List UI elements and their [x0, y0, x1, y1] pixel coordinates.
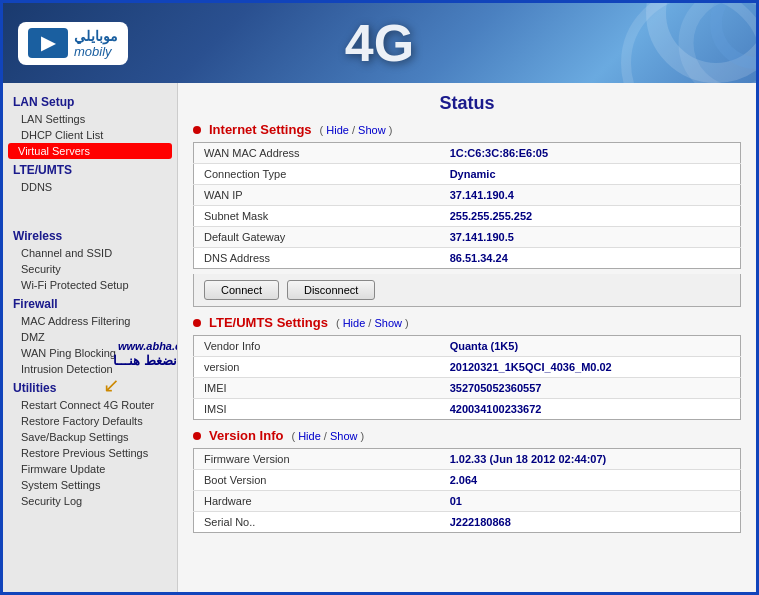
firmware-value: 1.02.33 (Jun 18 2012 02:44:07) — [440, 449, 741, 470]
logo-container: ▶ موبايلي mobily — [18, 22, 128, 65]
hardware-label: Hardware — [194, 491, 440, 512]
version-dot — [193, 432, 201, 440]
firmware-label: Firmware Version — [194, 449, 440, 470]
lte-hide-link[interactable]: Hide — [343, 317, 366, 329]
version-section-title: Version Info — [209, 428, 283, 443]
sidebar-item-restart[interactable]: Restart Connect 4G Router — [3, 397, 177, 413]
sidebar-item-security[interactable]: Security — [3, 261, 177, 277]
wan-ip-value: 37.141.190.4 — [440, 185, 741, 206]
wan-mac-value: 1C:C6:3C:86:E6:05 — [440, 143, 741, 164]
sidebar-item-wps[interactable]: Wi-Fi Protected Setup — [3, 277, 177, 293]
lte-section-title: LTE/UMTS Settings — [209, 315, 328, 330]
table-row: Boot Version 2.064 — [194, 470, 741, 491]
wan-ip-label: WAN IP — [194, 185, 440, 206]
boot-value: 2.064 — [440, 470, 741, 491]
sidebar-item-ddns[interactable]: DDNS — [3, 179, 177, 195]
logo-icon: ▶ — [28, 28, 68, 58]
wan-mac-label: WAN MAC Address — [194, 143, 440, 164]
table-row: Connection Type Dynamic — [194, 164, 741, 185]
table-row: version 20120321_1K5QCI_4036_M0.02 — [194, 357, 741, 378]
annotation-arabic: نضغط هنـــا — [113, 353, 177, 368]
imei-value: 352705052360557 — [440, 378, 741, 399]
logo-arabic: موبايلي — [74, 28, 118, 44]
annotation-website: www.abha.cc — [118, 340, 178, 352]
lte-hide-show: ( Hide / Show ) — [336, 317, 409, 329]
imsi-value: 420034100233672 — [440, 399, 741, 420]
table-row: Default Gateway 37.141.190.5 — [194, 227, 741, 248]
table-row: Firmware Version 1.02.33 (Jun 18 2012 02… — [194, 449, 741, 470]
connect-button[interactable]: Connect — [204, 280, 279, 300]
lte-dot — [193, 319, 201, 327]
sidebar-item-system-settings[interactable]: System Settings — [3, 477, 177, 493]
table-row: DNS Address 86.51.34.24 — [194, 248, 741, 269]
table-row: Serial No.. J222180868 — [194, 512, 741, 533]
dns-value: 86.51.34.24 — [440, 248, 741, 269]
sidebar-item-security-log[interactable]: Security Log — [3, 493, 177, 509]
conn-type-value: Dynamic — [440, 164, 741, 185]
vendor-value: Quanta (1K5) — [440, 336, 741, 357]
sidebar-item-lan-settings[interactable]: LAN Settings — [3, 111, 177, 127]
header-4g-text: 4G — [345, 13, 414, 73]
sidebar-item-restore-factory[interactable]: Restore Factory Defaults — [3, 413, 177, 429]
sidebar-item-mac-filtering[interactable]: MAC Address Filtering — [3, 313, 177, 329]
annotation-arrow: ↙ — [103, 373, 120, 397]
internet-hide-show: ( Hide / Show ) — [320, 124, 393, 136]
internet-section-title: Internet Settings — [209, 122, 312, 137]
version-label: version — [194, 357, 440, 378]
content-area: Status Internet Settings ( Hide / Show )… — [178, 83, 756, 595]
version-table: Firmware Version 1.02.33 (Jun 18 2012 02… — [193, 448, 741, 533]
vendor-label: Vendor Info — [194, 336, 440, 357]
version-value: 20120321_1K5QCI_4036_M0.02 — [440, 357, 741, 378]
subnet-value: 255.255.255.252 — [440, 206, 741, 227]
version-show-link[interactable]: Show — [330, 430, 358, 442]
sidebar-item-firmware[interactable]: Firmware Update — [3, 461, 177, 477]
lte-show-link[interactable]: Show — [374, 317, 402, 329]
internet-button-row: Connect Disconnect — [193, 274, 741, 307]
internet-hide-link[interactable]: Hide — [326, 124, 349, 136]
page-title: Status — [193, 93, 741, 114]
version-hide-link[interactable]: Hide — [298, 430, 321, 442]
sidebar-section-wireless: Wireless — [3, 225, 177, 245]
sidebar-item-restore-previous[interactable]: Restore Previous Settings — [3, 445, 177, 461]
lte-section-header: LTE/UMTS Settings ( Hide / Show ) — [193, 315, 741, 330]
gateway-label: Default Gateway — [194, 227, 440, 248]
table-row: IMEI 352705052360557 — [194, 378, 741, 399]
table-row: WAN MAC Address 1C:C6:3C:86:E6:05 — [194, 143, 741, 164]
lte-table: Vendor Info Quanta (1K5) version 2012032… — [193, 335, 741, 420]
internet-dot — [193, 126, 201, 134]
boot-label: Boot Version — [194, 470, 440, 491]
main-container: LAN Setup LAN Settings DHCP Client List … — [3, 83, 756, 595]
sidebar-item-channel-ssid[interactable]: Channel and SSID — [3, 245, 177, 261]
table-row: IMSI 420034100233672 — [194, 399, 741, 420]
version-section-header: Version Info ( Hide / Show ) — [193, 428, 741, 443]
sidebar-section-utilities: Utilities — [3, 377, 177, 397]
imsi-label: IMSI — [194, 399, 440, 420]
internet-section-header: Internet Settings ( Hide / Show ) — [193, 122, 741, 137]
gateway-value: 37.141.190.5 — [440, 227, 741, 248]
header: ▶ موبايلي mobily 4G — [3, 3, 756, 83]
sidebar-section-lte: LTE/UMTS — [3, 159, 177, 179]
table-row: Hardware 01 — [194, 491, 741, 512]
internet-show-link[interactable]: Show — [358, 124, 386, 136]
serial-label: Serial No.. — [194, 512, 440, 533]
internet-table: WAN MAC Address 1C:C6:3C:86:E6:05 Connec… — [193, 142, 741, 269]
imei-label: IMEI — [194, 378, 440, 399]
sidebar-section-lan: LAN Setup — [3, 91, 177, 111]
logo-latin: mobily — [74, 44, 118, 59]
table-row: Vendor Info Quanta (1K5) — [194, 336, 741, 357]
version-hide-show: ( Hide / Show ) — [291, 430, 364, 442]
sidebar-item-dhcp-client-list[interactable]: DHCP Client List — [3, 127, 177, 143]
sidebar-item-virtual-servers[interactable]: Virtual Servers — [8, 143, 172, 159]
table-row: WAN IP 37.141.190.4 — [194, 185, 741, 206]
subnet-label: Subnet Mask — [194, 206, 440, 227]
hardware-value: 01 — [440, 491, 741, 512]
conn-type-label: Connection Type — [194, 164, 440, 185]
disconnect-button[interactable]: Disconnect — [287, 280, 375, 300]
sidebar-section-firewall: Firewall — [3, 293, 177, 313]
table-row: Subnet Mask 255.255.255.252 — [194, 206, 741, 227]
sidebar: LAN Setup LAN Settings DHCP Client List … — [3, 83, 178, 595]
serial-value: J222180868 — [440, 512, 741, 533]
sidebar-item-save-backup[interactable]: Save/Backup Settings — [3, 429, 177, 445]
dns-label: DNS Address — [194, 248, 440, 269]
